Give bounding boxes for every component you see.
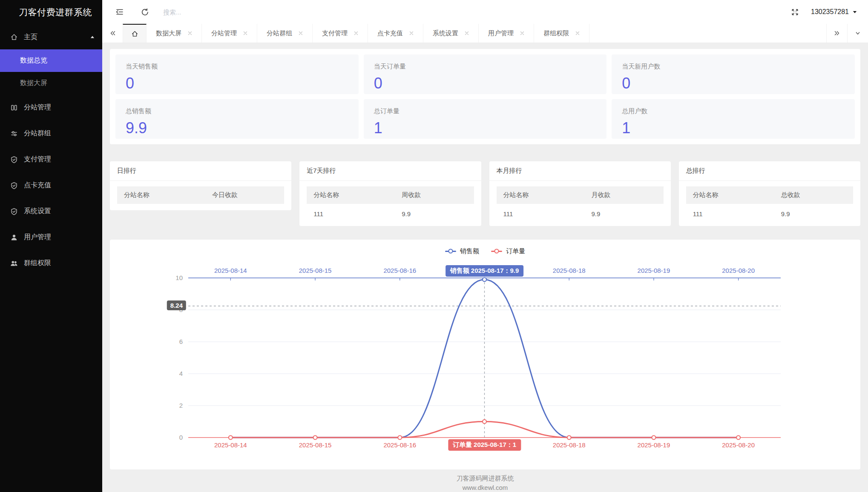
close-icon[interactable] (465, 31, 469, 35)
tabbar: 数据大屏 分站管理 分站群组 支付管理 点卡充值 系统设置 用户 (102, 24, 868, 43)
ranking-table-header: 分站名称 总收款 (686, 186, 853, 204)
shield-check-icon (10, 208, 18, 215)
tab[interactable]: 系统设置 (423, 24, 479, 43)
ranking-title: 日排行 (110, 161, 291, 181)
collapse-menu-icon[interactable] (115, 7, 124, 17)
sidebar-item-label: 支付管理 (24, 155, 51, 164)
stat-card: 当天订单量 0 (364, 54, 607, 94)
svg-text:2: 2 (179, 402, 183, 409)
content: 当天销售额 0 当天订单量 0 当天新用户数 0 总销售额 9.9 总订单量 1… (102, 43, 868, 492)
svg-text:2025-08-14: 2025-08-14 (214, 267, 247, 274)
ranking-table: 分站名称 总收款 1119.9 (679, 181, 860, 226)
tab[interactable]: 点卡充值 (368, 24, 423, 43)
sidebar-item[interactable]: 用户管理 (0, 224, 102, 250)
tab-label: 支付管理 (322, 29, 348, 37)
close-icon[interactable] (575, 31, 580, 35)
stat-value: 0 (622, 74, 845, 92)
svg-text:2025-08-19: 2025-08-19 (638, 441, 670, 449)
stat-card: 当天新用户数 0 (612, 54, 855, 94)
ranking-col-name: 分站名称 (503, 191, 592, 199)
sidebar-item[interactable]: 分站群组 (0, 120, 102, 146)
ranking-table: 分站名称 周收款 1119.9 (299, 181, 481, 226)
stats-panel: 当天销售额 0 当天订单量 0 当天新用户数 0 总销售额 9.9 总订单量 1… (110, 49, 860, 144)
ranking-cell: 9.9 (781, 210, 853, 217)
close-icon[interactable] (299, 31, 303, 35)
legend-item[interactable]: 订单量 (491, 247, 525, 255)
sidebar-subitem[interactable]: 数据总览 (0, 49, 102, 72)
chart-legend: 销售额订单量 (116, 246, 854, 257)
tab[interactable]: 支付管理 (313, 24, 368, 43)
tab[interactable]: 分站管理 (202, 24, 257, 43)
user-menu[interactable]: 1302357281 (811, 8, 857, 16)
tab-label: 用户管理 (488, 29, 514, 37)
line-chart: 2025-08-142025-08-142025-08-152025-08-15… (116, 257, 854, 466)
ranking-col-amount: 周收款 (402, 191, 474, 199)
close-icon[interactable] (243, 31, 247, 35)
sliders-icon (10, 130, 18, 137)
user-id: 1302357281 (811, 8, 849, 16)
close-icon[interactable] (188, 31, 192, 35)
tooltip-orders: 订单量 2025-08-17：1 (448, 439, 521, 451)
ranking-col-name: 分站名称 (124, 191, 212, 199)
tab[interactable]: 用户管理 (479, 24, 534, 43)
refresh-icon[interactable] (141, 8, 149, 17)
shield-check-icon (10, 182, 18, 189)
sales-orders-chart-card: 销售额订单量 2025-08-142025-08-142025-08-15202… (110, 240, 860, 469)
sidebar-item[interactable]: 群组权限 (0, 250, 102, 276)
close-icon[interactable] (354, 31, 358, 35)
sidebar-item[interactable]: 点卡充值 (0, 172, 102, 198)
ranking-col-name: 分站名称 (313, 191, 402, 199)
tab-label: 群组权限 (543, 29, 569, 37)
topbar: 1302357281 (102, 0, 868, 24)
tab[interactable]: 数据大屏 (147, 24, 202, 43)
sidebar-item-label: 分站管理 (24, 103, 51, 112)
svg-text:2025-08-15: 2025-08-15 (299, 267, 332, 274)
app-title: 刀客付费进群系统 (0, 0, 102, 25)
tab-home[interactable] (123, 24, 147, 43)
stat-card: 当天销售额 0 (115, 54, 359, 94)
sidebar-subitem[interactable]: 数据大屏 (0, 72, 102, 94)
footer: 刀客源码网进群系统 www.dkewl.com (110, 469, 860, 492)
svg-text:2025-08-20: 2025-08-20 (722, 267, 755, 274)
chevrons-right-icon[interactable] (826, 24, 847, 43)
search-input[interactable] (162, 8, 300, 16)
sidebar-submenu: 数据总览 数据大屏 (0, 49, 102, 94)
stat-label: 总订单量 (374, 107, 597, 115)
stat-value: 1 (374, 119, 597, 137)
fullscreen-icon[interactable] (791, 8, 799, 16)
legend-label: 订单量 (506, 247, 525, 255)
ranking-cell: 9.9 (402, 210, 474, 217)
legend-item[interactable]: 销售额 (445, 247, 479, 255)
shield-check-icon (10, 156, 18, 163)
stat-label: 当天订单量 (374, 63, 597, 71)
tab[interactable]: 分站群组 (257, 24, 313, 43)
ranking-cell: 111 (693, 210, 781, 217)
ranking-table-header: 分站名称 今日收款 (117, 186, 284, 204)
sidebar-item[interactable]: 系统设置 (0, 198, 102, 224)
sidebar-item[interactable]: 支付管理 (0, 146, 102, 172)
chevron-down-icon[interactable] (847, 24, 868, 43)
ranking-title: 近7天排行 (299, 161, 481, 181)
sidebar-item[interactable]: 分站管理 (0, 94, 102, 120)
svg-text:4: 4 (179, 370, 183, 377)
sidebar-item-label: 系统设置 (24, 207, 51, 216)
stat-label: 当天新用户数 (622, 63, 845, 71)
svg-text:2025-08-16: 2025-08-16 (383, 441, 416, 449)
ranking-table: 分站名称 月收款 1119.9 (489, 181, 671, 226)
columns-icon (10, 104, 18, 112)
sidebar-item-label: 用户管理 (24, 233, 51, 242)
close-icon[interactable] (409, 31, 414, 35)
stat-label: 当天销售额 (126, 63, 348, 71)
stat-value: 0 (126, 74, 348, 92)
chevrons-left-icon[interactable] (102, 24, 123, 43)
ranking-cell: 111 (313, 210, 402, 217)
ranking-card: 总排行 分站名称 总收款 1119.9 (679, 161, 860, 226)
close-icon[interactable] (520, 31, 524, 35)
sidebar-menu: 分站管理 分站群组 支付管理 点卡充值 系统设置 用户管理 群组权限 (0, 94, 102, 276)
sidebar-item-label: 主页 (24, 33, 37, 42)
average-line-label: 8.24 (167, 300, 186, 310)
ranking-col-name: 分站名称 (693, 191, 781, 199)
main-column: 1302357281 数据大屏 分站管理 分 (102, 0, 868, 492)
sidebar-item-home[interactable]: 主页 (0, 25, 102, 49)
tab[interactable]: 群组权限 (534, 24, 589, 43)
